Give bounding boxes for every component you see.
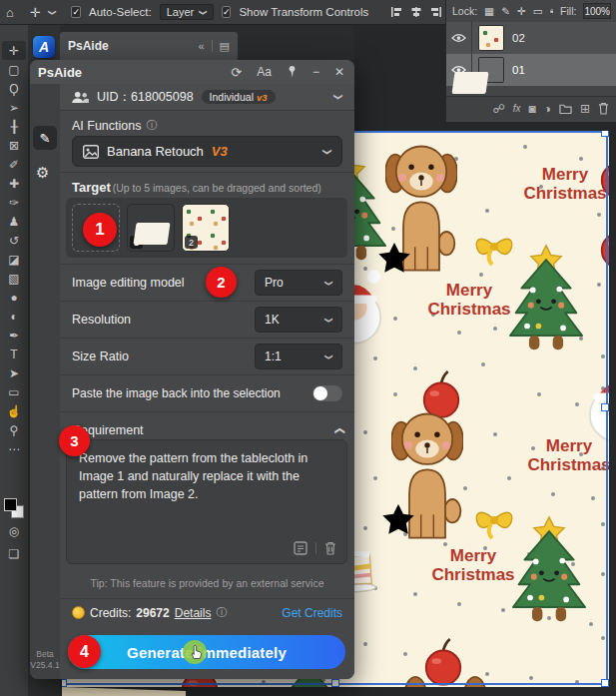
external-service-tip: Tip: This feature is provided by an exte… bbox=[60, 577, 354, 589]
healing-brush-tool[interactable]: ✚ bbox=[2, 174, 26, 193]
fill-value[interactable]: 100% bbox=[583, 3, 611, 19]
save-note-icon[interactable] bbox=[294, 541, 308, 555]
tool-preset-caret-icon[interactable]: ❯ bbox=[48, 9, 57, 16]
pattern-dot bbox=[493, 327, 497, 331]
color-swatches[interactable] bbox=[4, 498, 24, 518]
settings-gear-icon[interactable]: ⚙ bbox=[36, 164, 49, 182]
zoom-tool[interactable]: ⚲ bbox=[2, 420, 26, 439]
more-tools[interactable]: ⋯ bbox=[2, 439, 26, 458]
delete-layer-trash-icon[interactable] bbox=[598, 102, 609, 115]
hand-tool[interactable]: ☝ bbox=[2, 401, 26, 420]
hand-cursor-icon bbox=[183, 640, 211, 668]
lock-all-icon[interactable] bbox=[550, 5, 554, 17]
marquee-tool[interactable]: ▢ bbox=[2, 60, 26, 79]
pattern-dot bbox=[601, 636, 605, 640]
pen-tool[interactable]: ✒ bbox=[2, 326, 26, 345]
link-layers-icon[interactable]: ☍ bbox=[493, 102, 505, 116]
transform-handle[interactable] bbox=[601, 679, 609, 687]
type-tool[interactable]: T bbox=[2, 345, 26, 363]
crop-tool[interactable]: ╂ bbox=[2, 117, 26, 136]
eraser-tool[interactable]: ◪ bbox=[2, 250, 26, 269]
quick-mask-icon[interactable]: ◎ bbox=[2, 521, 26, 540]
refresh-icon[interactable]: ⟳ bbox=[231, 66, 242, 79]
chevron-down-icon[interactable]: ❯ bbox=[333, 93, 343, 101]
home-icon[interactable]: ⌂ bbox=[6, 6, 14, 19]
clone-stamp-tool[interactable]: ♟ bbox=[2, 212, 26, 231]
screen-mode-icon[interactable]: ❏ bbox=[2, 544, 26, 563]
auto-select-checkbox[interactable]: ✓ bbox=[71, 6, 81, 18]
align-left-icon[interactable] bbox=[390, 6, 402, 18]
layer-row-02[interactable]: 02 bbox=[446, 22, 616, 54]
show-transform-checkbox[interactable]: ✓ bbox=[222, 6, 232, 18]
info-icon[interactable]: ⓘ bbox=[146, 118, 157, 133]
divider bbox=[60, 172, 354, 173]
new-group-folder-icon[interactable] bbox=[559, 103, 572, 114]
lock-artboard-icon[interactable]: ▭ bbox=[533, 6, 543, 17]
uid-row[interactable]: UID：618005098 Individual v3 ❯ bbox=[60, 84, 354, 111]
auto-select-target-dropdown[interactable]: Layer ❯ bbox=[160, 4, 214, 20]
chevron-up-icon[interactable]: ❯ bbox=[332, 426, 343, 434]
adjustment-layer-icon[interactable]: ◑ bbox=[544, 102, 551, 116]
layer-thumbnail[interactable] bbox=[478, 25, 504, 51]
panel-titlebar[interactable]: PsAide ⟳ Aa − ✕ bbox=[30, 60, 354, 84]
brush-tool[interactable]: ✑ bbox=[2, 193, 26, 212]
get-credits-link[interactable]: Get Credits bbox=[282, 606, 342, 620]
beta-label: Beta bbox=[28, 649, 62, 660]
paste-back-toggle[interactable] bbox=[312, 385, 342, 401]
transform-handle[interactable] bbox=[601, 131, 609, 137]
uid-value: UID：618005098 bbox=[97, 89, 194, 106]
ratio-select[interactable]: 1:1 ❯ bbox=[255, 344, 342, 369]
new-layer-icon[interactable]: ⊞ bbox=[580, 102, 590, 116]
requirement-textarea[interactable]: Remove the pattern from the tablecloth i… bbox=[66, 439, 347, 564]
align-center-icon[interactable] bbox=[410, 6, 422, 18]
users-icon bbox=[72, 91, 89, 104]
tab-psaide[interactable]: PsAide « ▤ bbox=[60, 32, 238, 60]
move-tool[interactable]: ✛ bbox=[2, 41, 26, 60]
resolution-select[interactable]: 1K ❯ bbox=[255, 307, 342, 333]
align-right-icon[interactable] bbox=[430, 6, 442, 18]
transform-handle[interactable] bbox=[601, 403, 609, 411]
collapse-to-icons-icon[interactable]: « bbox=[198, 40, 204, 52]
transform-handle[interactable] bbox=[62, 679, 67, 687]
rectangle-tool[interactable]: ▭ bbox=[2, 382, 26, 401]
lock-transparent-pixels-icon[interactable]: ▦ bbox=[484, 6, 494, 17]
panel-menu-icon[interactable]: ▤ bbox=[220, 40, 230, 53]
move-tool-icon[interactable]: ✛ bbox=[30, 6, 41, 19]
step-annotation-4: 4 bbox=[68, 635, 101, 668]
pin-icon[interactable] bbox=[287, 66, 298, 78]
transform-handle[interactable] bbox=[331, 679, 339, 687]
step-annotation-2: 2 bbox=[206, 267, 237, 298]
object-selection-tool[interactable]: ➢ bbox=[2, 98, 26, 117]
close-icon[interactable]: ✕ bbox=[334, 66, 344, 78]
target-image-2[interactable]: 2 bbox=[182, 204, 230, 252]
eyedropper-tool[interactable]: ✐ bbox=[2, 155, 26, 174]
font-size-icon[interactable]: Aa bbox=[257, 66, 272, 78]
dodge-tool[interactable]: ◐ bbox=[2, 307, 26, 326]
edit-mode-icon[interactable]: ✎ bbox=[33, 126, 57, 150]
step-annotation-1: 1 bbox=[83, 213, 117, 247]
gradient-tool[interactable]: ▧ bbox=[2, 269, 26, 288]
foreground-color-swatch[interactable] bbox=[4, 498, 17, 511]
path-selection-tool[interactable]: ➤ bbox=[2, 363, 26, 382]
minimize-icon[interactable]: − bbox=[312, 66, 319, 78]
layer-mask-icon[interactable]: ◙ bbox=[528, 102, 535, 116]
blur-tool[interactable]: ● bbox=[2, 288, 26, 307]
layer-row-01[interactable]: 01 bbox=[446, 54, 616, 86]
pattern-dot bbox=[403, 652, 407, 656]
lasso-tool[interactable]: Ϙ bbox=[2, 79, 26, 98]
layer-style-fx-icon[interactable]: fx bbox=[513, 103, 521, 114]
frame-tool[interactable]: ⊠ bbox=[2, 136, 26, 155]
lock-position-icon[interactable]: ✛ bbox=[517, 6, 526, 17]
details-link[interactable]: Details bbox=[175, 606, 212, 620]
lock-image-pixels-icon[interactable]: ✎ bbox=[501, 6, 510, 17]
function-version: V3 bbox=[212, 144, 228, 159]
psaide-logo-icon[interactable]: A bbox=[33, 36, 55, 58]
layer-thumbnail[interactable] bbox=[478, 57, 504, 83]
info-icon[interactable]: ⓘ bbox=[216, 605, 227, 620]
trash-icon[interactable] bbox=[324, 541, 336, 555]
model-select[interactable]: Pro ❯ bbox=[255, 270, 342, 296]
history-brush-tool[interactable]: ↺ bbox=[2, 231, 26, 250]
function-select[interactable]: Banana Retouch V3 ❯ bbox=[72, 136, 342, 167]
target-image-1[interactable]: 1 bbox=[127, 204, 175, 252]
visibility-eye-icon[interactable] bbox=[446, 22, 472, 54]
